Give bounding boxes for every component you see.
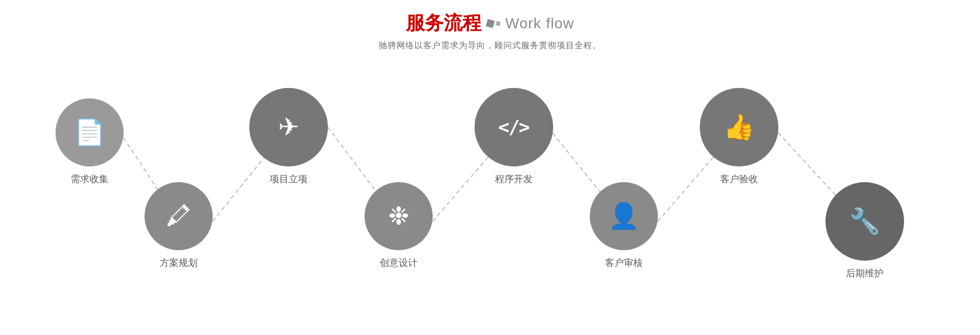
- node-project-label: 项目立项: [270, 173, 307, 185]
- page-container: 服务流程 Work flow 驰骋网络以客户需求为导向，顾问式服务贯彻项目全程。: [0, 0, 980, 335]
- flower-icon: ❉: [388, 204, 409, 229]
- node-planning-circle: 🖍: [145, 182, 213, 250]
- node-development-circle: </>: [475, 88, 553, 166]
- code-icon: </>: [498, 118, 529, 137]
- node-planning: 🖍 方案规划: [145, 182, 213, 269]
- node-review-circle: 👤: [590, 182, 658, 250]
- node-requirement-label: 需求收集: [71, 173, 108, 185]
- node-review-label: 客户审核: [605, 256, 643, 269]
- workflow-area: 📄 需求收集 🖍 方案规划 ✈ 项目立项 ❉: [0, 72, 980, 292]
- node-maintenance-label: 后期维护: [846, 267, 884, 280]
- title-english: Work flow: [505, 15, 574, 32]
- workflow-inner: 📄 需求收集 🖍 方案规划 ✈ 项目立项 ❉: [45, 83, 935, 282]
- wrench-icon: 🔧: [849, 209, 880, 234]
- node-design-label: 创意设计: [380, 256, 417, 269]
- node-requirement-circle: 📄: [56, 98, 124, 166]
- node-design: ❉ 创意设计: [365, 182, 433, 269]
- person-icon: 👤: [608, 204, 640, 229]
- document-icon: 📄: [74, 120, 105, 145]
- subtitle: 驰骋网络以客户需求为导向，顾问式服务贯彻项目全程。: [379, 40, 601, 51]
- node-project: ✈ 项目立项: [249, 88, 328, 185]
- node-development-label: 程序开发: [495, 173, 533, 185]
- node-maintenance-circle: 🔧: [825, 182, 904, 261]
- node-development: </> 程序开发: [475, 88, 553, 185]
- thumbsup-icon: 👍: [723, 115, 755, 140]
- node-project-circle: ✈: [249, 88, 328, 166]
- title-icon: [487, 20, 500, 27]
- node-review: 👤 客户审核: [590, 182, 658, 269]
- plan-icon: 🖍: [166, 204, 191, 229]
- send-icon: ✈: [278, 115, 299, 140]
- icon-bar2: [495, 21, 501, 26]
- icon-bar1: [486, 19, 494, 28]
- node-requirement: 📄 需求收集: [56, 98, 124, 185]
- node-acceptance-circle: 👍: [700, 88, 778, 166]
- node-maintenance: 🔧 后期维护: [825, 182, 904, 280]
- node-design-circle: ❉: [365, 182, 433, 250]
- node-acceptance-label: 客户验收: [720, 173, 758, 185]
- node-planning-label: 方案规划: [160, 256, 197, 269]
- page-header: 服务流程 Work flow: [406, 10, 574, 36]
- title-chinese: 服务流程: [406, 10, 481, 36]
- node-acceptance: 👍 客户验收: [700, 88, 778, 185]
